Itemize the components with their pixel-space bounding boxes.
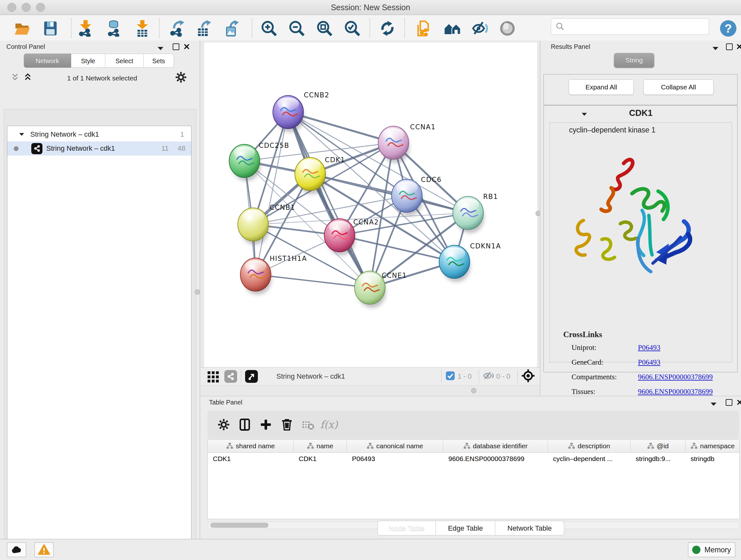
string-network-graph[interactable]: CCNB2CCNA1CDC25BCDK1CDC6RB1CCNB1CCNA2CDK…: [204, 43, 537, 367]
tab-style[interactable]: Style: [71, 54, 105, 68]
scrollbar-thumb[interactable]: [210, 523, 268, 528]
network-node-hist1h1a[interactable]: [240, 258, 272, 295]
table-panel-close-icon[interactable]: [737, 399, 741, 407]
network-node-ccna2[interactable]: [324, 219, 355, 255]
delete-column-trash-icon[interactable]: [276, 415, 297, 434]
zoom-fit-icon[interactable]: [316, 19, 333, 37]
zoom-out-icon[interactable]: [288, 19, 306, 37]
column-header-description[interactable]: description: [548, 440, 630, 452]
horizontal-splitter-handle[interactable]: [471, 388, 476, 393]
table-cell[interactable]: stringdb:9...: [630, 452, 685, 465]
memory-button[interactable]: Memory: [688, 543, 735, 557]
network-collection-row[interactable]: String Network – cdk1 1: [7, 127, 191, 141]
zoom-in-icon[interactable]: [260, 19, 278, 37]
collapse-all-button[interactable]: Collapse All: [643, 79, 714, 95]
export-image-icon[interactable]: [223, 19, 241, 37]
help-icon[interactable]: ?: [719, 19, 737, 37]
network-node-ccnb1[interactable]: [238, 208, 269, 245]
selected-checkbox-icon[interactable]: [446, 371, 455, 382]
tab-string[interactable]: String: [614, 53, 654, 68]
tab-network-table[interactable]: Network Table: [495, 521, 564, 536]
node-label-ccna2: CCNA2: [353, 219, 379, 226]
crosslink-link[interactable]: 9606.ENSP00000378699: [638, 373, 713, 381]
zoom-selected-icon[interactable]: [343, 19, 361, 37]
table-panel-float-icon[interactable]: [711, 401, 717, 407]
column-header-namespace[interactable]: namespace: [685, 440, 740, 452]
network-node-cdk1[interactable]: [295, 158, 326, 194]
expand-all-button[interactable]: Expand All: [569, 79, 634, 95]
table-cell[interactable]: cyclin–dependent ...: [548, 452, 630, 465]
copy-network-icon[interactable]: [414, 19, 432, 37]
add-column-icon[interactable]: [255, 415, 276, 434]
grid-view-icon[interactable]: [206, 369, 220, 384]
network-node-cdc25b[interactable]: [229, 144, 260, 181]
column-header-canonical-name[interactable]: canonical name: [347, 440, 443, 452]
results-panel-float-icon[interactable]: [713, 46, 718, 51]
search-input[interactable]: [564, 22, 700, 31]
warnings-button[interactable]: [35, 543, 54, 557]
network-node-ccna1[interactable]: [378, 126, 409, 163]
network-edge[interactable]: [256, 112, 288, 274]
import-table-icon[interactable]: [133, 19, 151, 37]
table-cell[interactable]: CDK1: [293, 452, 347, 465]
export-table-icon[interactable]: [195, 19, 213, 37]
delete-table-icon[interactable]: [297, 415, 319, 434]
table-cell[interactable]: P06493: [347, 452, 443, 465]
crosslink-label: Tissues:: [571, 388, 638, 396]
collapse-all-networks-icon[interactable]: [11, 72, 19, 83]
center-view-crosshair-icon[interactable]: [522, 369, 535, 384]
table-cell[interactable]: stringdb: [685, 452, 740, 465]
network-view: CCNB2CCNA1CDC25BCDK1CDC6RB1CCNB1CCNA2CDK…: [200, 41, 540, 396]
expand-all-networks-icon[interactable]: [23, 72, 32, 83]
tab-sets[interactable]: Sets: [144, 54, 174, 68]
table-cell[interactable]: 9606.ENSP00000378699: [443, 452, 548, 465]
results-panel-close-icon[interactable]: [737, 44, 741, 51]
table-panel-maximize-icon[interactable]: [726, 399, 732, 406]
network-node-rb1[interactable]: [453, 196, 484, 233]
left-splitter-handle[interactable]: [195, 289, 200, 295]
crosslink-link[interactable]: P06493: [638, 344, 660, 352]
hidden-count: 0 - 0: [496, 372, 510, 381]
hidden-eye-slash-icon[interactable]: [483, 370, 494, 382]
export-network-icon[interactable]: [169, 19, 186, 37]
cloud-status-button[interactable]: [7, 543, 26, 557]
table-settings-gear-icon[interactable]: [213, 415, 234, 434]
network-share-icon[interactable]: [224, 370, 237, 383]
tab-select[interactable]: Select: [105, 54, 144, 68]
network-edge[interactable]: [340, 235, 455, 262]
table-cell[interactable]: CDK1: [208, 452, 293, 465]
network-edge[interactable]: [256, 274, 370, 288]
birdseye-view-icon[interactable]: [245, 370, 258, 383]
network-overview-houses-icon[interactable]: [444, 19, 461, 37]
network-options-gear-icon[interactable]: [175, 71, 187, 84]
control-panel-maximize-icon[interactable]: [173, 44, 179, 50]
control-panel-close-icon[interactable]: [184, 44, 190, 51]
column-header-name[interactable]: name: [293, 440, 347, 452]
save-session-icon[interactable]: [42, 19, 59, 37]
network-node-ccne1[interactable]: [354, 271, 386, 308]
show-panels-eye-icon[interactable]: [498, 19, 516, 37]
crosslink-link[interactable]: 9606.ENSP00000378699: [638, 388, 713, 396]
network-node-cdkn1a[interactable]: [439, 245, 470, 282]
network-node-ccnb2[interactable]: [273, 96, 304, 132]
open-session-icon[interactable]: [13, 19, 31, 37]
tab-network[interactable]: Network: [23, 54, 71, 68]
column-header-shared-name[interactable]: shared name: [208, 440, 293, 452]
crosslink-link[interactable]: P06493: [638, 358, 660, 367]
window-title: Session: New Session: [0, 3, 741, 12]
results-panel-maximize-icon[interactable]: [726, 44, 733, 50]
column-header-database-identifier[interactable]: database identifier: [443, 440, 548, 452]
hide-panels-eye-icon[interactable]: [471, 19, 489, 37]
network-node-cdc6[interactable]: [392, 179, 423, 216]
show-columns-icon[interactable]: [234, 415, 255, 434]
tab-edge-table[interactable]: Edge Table: [436, 521, 495, 536]
network-canvas[interactable]: CCNB2CCNA1CDC25BCDK1CDC6RB1CCNB1CCNA2CDK…: [204, 43, 537, 367]
column-header--id[interactable]: @id: [630, 440, 685, 452]
control-panel-float-icon[interactable]: [158, 46, 163, 51]
network-row[interactable]: String Network – cdk1 11 48: [7, 141, 191, 155]
tab-node-table[interactable]: Node Table: [378, 521, 436, 536]
refresh-icon[interactable]: [379, 19, 396, 37]
import-database-icon[interactable]: [105, 19, 123, 37]
collection-expand-icon[interactable]: [19, 133, 24, 136]
import-network-icon[interactable]: [77, 19, 94, 37]
